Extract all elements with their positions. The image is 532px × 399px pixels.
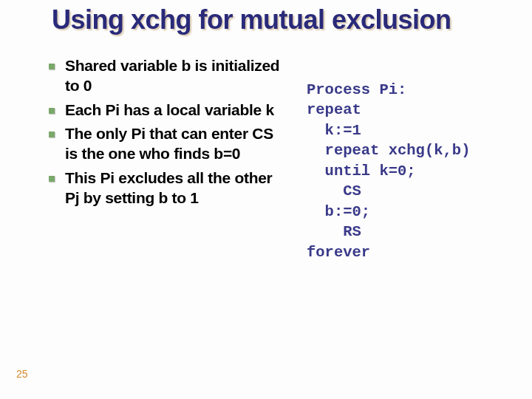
page-number: 25 — [16, 368, 28, 380]
slide-title: Using xchg for mutual exclusion — [52, 6, 502, 34]
left-column: Shared variable b is initialized to 0 Ea… — [44, 56, 287, 262]
bullet-item: The only Pi that can enter CS is the one… — [44, 124, 287, 164]
bullet-item: Each Pi has a local variable k — [44, 100, 287, 120]
bullet-list: Shared variable b is initialized to 0 Ea… — [44, 56, 287, 208]
bullet-item: Shared variable b is initialized to 0 — [44, 56, 287, 96]
content-columns: Shared variable b is initialized to 0 Ea… — [44, 56, 502, 262]
code-block: Process Pi: repeat k:=1 repeat xchg(k,b)… — [307, 80, 502, 262]
bullet-item: This Pi excludes all the other Pj by set… — [44, 168, 287, 208]
right-column: Process Pi: repeat k:=1 repeat xchg(k,b)… — [307, 56, 502, 262]
